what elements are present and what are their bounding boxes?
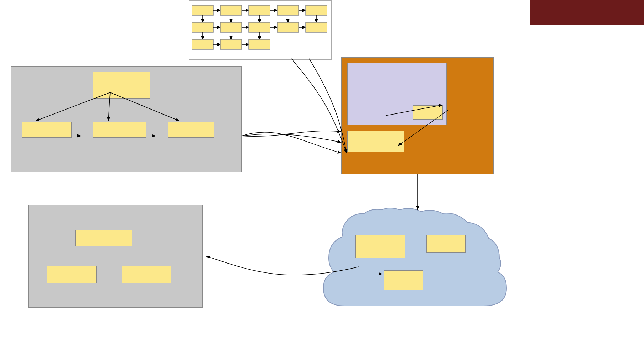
battery-box: [93, 72, 150, 99]
cloud-section: [309, 206, 512, 327]
svg-rect-14: [192, 22, 213, 32]
transceiver-box: [168, 122, 214, 138]
svg-rect-22: [306, 22, 327, 32]
svg-rect-8: [306, 5, 327, 15]
svg-rect-4: [249, 5, 270, 15]
settings-box: [75, 230, 132, 246]
gateway-container: [341, 57, 494, 174]
svg-rect-2: [220, 5, 242, 15]
ui-container: [28, 205, 203, 308]
cloud-txrx-top-box: [426, 235, 466, 253]
top-diagram: [188, 0, 334, 64]
ui-txrx-box: [122, 266, 171, 283]
gui-box: [47, 266, 97, 283]
ui-txrx-cloud-box: [384, 270, 423, 290]
magnetometer-box: [22, 122, 72, 138]
svg-rect-16: [220, 22, 242, 32]
zigbee-box: [347, 131, 404, 152]
data-processing-box: [355, 235, 405, 258]
svg-rect-0: [192, 5, 213, 15]
microcontroller-box: [93, 122, 146, 138]
svg-rect-20: [277, 22, 299, 32]
svg-rect-26: [192, 39, 213, 49]
svg-rect-18: [249, 22, 270, 32]
svg-rect-6: [277, 5, 299, 15]
cloud-svg: [309, 206, 512, 327]
gateway-txrx-box: [413, 105, 443, 120]
top-diagram-svg: [188, 0, 334, 64]
esp32-box: [347, 63, 447, 125]
umass-header: [530, 0, 644, 25]
ip67-casing-container: [11, 66, 242, 172]
svg-rect-28: [220, 39, 242, 49]
svg-rect-30: [249, 39, 270, 49]
